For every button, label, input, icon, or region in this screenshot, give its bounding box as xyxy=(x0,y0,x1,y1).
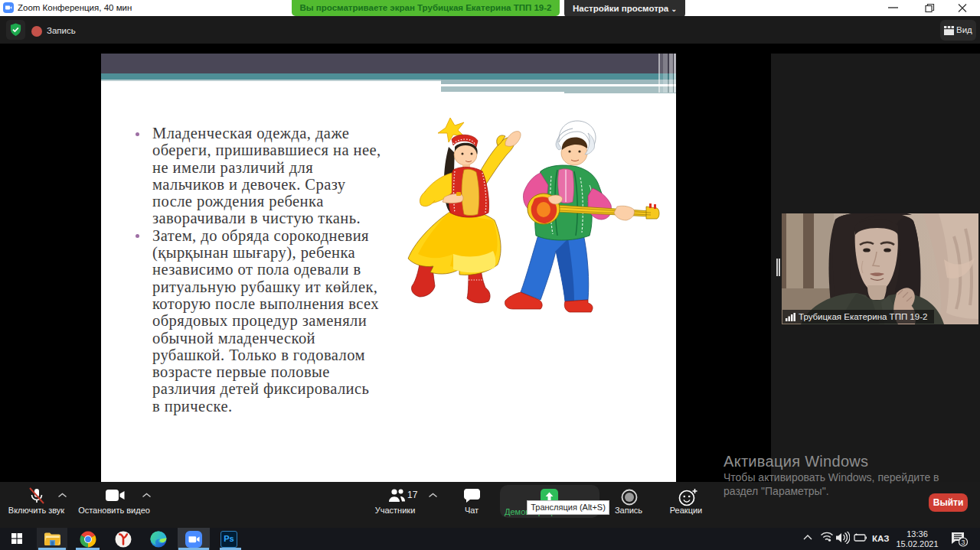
svg-text:3: 3 xyxy=(961,539,965,546)
